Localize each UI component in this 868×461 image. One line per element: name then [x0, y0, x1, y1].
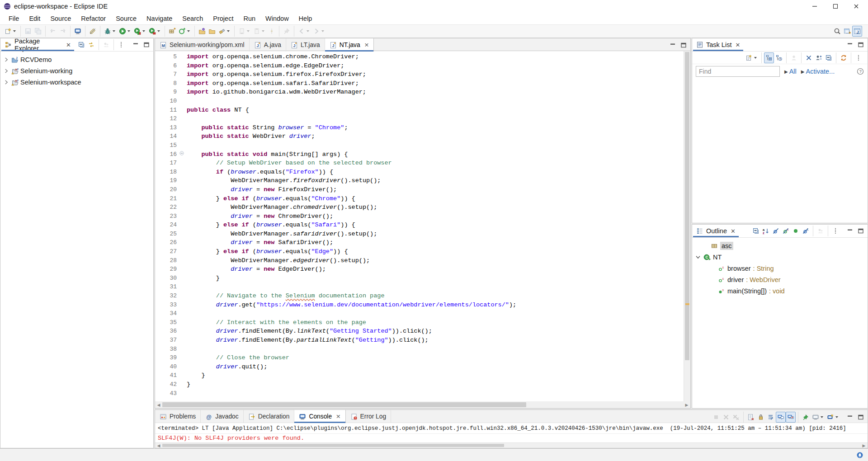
view-menu-button[interactable]	[116, 39, 126, 50]
dropdown-arrow-icon[interactable]	[142, 30, 145, 32]
maximize-editor-button[interactable]	[679, 40, 689, 51]
dropdown-arrow-icon[interactable]	[262, 30, 264, 32]
outline-item-asc[interactable]: asc	[692, 240, 868, 251]
hide-completed-button[interactable]	[804, 52, 814, 63]
task-find-input[interactable]	[696, 66, 780, 77]
collapse-all-button[interactable]	[76, 39, 86, 50]
hide-local-button[interactable]: L	[801, 226, 811, 236]
console-horizontal-scrollbar[interactable]: ◀ ▶	[155, 442, 868, 448]
word-wrap-button[interactable]	[766, 412, 776, 423]
dropdown-arrow-icon[interactable]	[127, 30, 130, 32]
debug-button[interactable]	[103, 26, 118, 37]
help-icon[interactable]: ?	[857, 68, 864, 75]
dropdown-arrow-icon[interactable]	[227, 30, 230, 32]
view-menu-button[interactable]	[830, 226, 840, 236]
minimize-view-button[interactable]	[131, 39, 141, 50]
menu-item-file[interactable]: File	[4, 14, 24, 23]
menu-item-help[interactable]: Help	[294, 14, 317, 23]
outline-item-browser[interactable]: sbrowser : String	[692, 263, 868, 274]
search-flashlight-button[interactable]	[217, 26, 232, 37]
chevron-right-icon[interactable]	[3, 56, 9, 63]
scroll-right-arrow[interactable]: ▶	[683, 401, 690, 408]
scrollbar-thumb[interactable]	[162, 444, 504, 447]
dropdown-arrow-icon[interactable]	[157, 30, 160, 32]
new-java-project-button[interactable]	[167, 26, 177, 37]
search-magnifier-button[interactable]	[832, 26, 842, 37]
view-tab-console[interactable]: Console✕	[294, 410, 345, 423]
tree-item-selenium-working[interactable]: MJSelenium-working	[0, 65, 153, 76]
maximize-view-button[interactable]	[142, 39, 151, 50]
view-tab-declaration[interactable]: Declaration	[244, 410, 295, 423]
sync-button[interactable]	[839, 52, 849, 63]
menu-item-navigate[interactable]: Navigate	[142, 14, 177, 23]
clear-console-button[interactable]	[746, 412, 756, 423]
editor-vertical-scrollbar[interactable]	[684, 51, 690, 401]
scroll-left-arrow[interactable]: ◀	[155, 443, 162, 448]
sort-az-button[interactable]: az	[761, 226, 771, 236]
hide-fields-button[interactable]	[771, 226, 781, 236]
open-resource-button[interactable]	[207, 26, 217, 37]
menu-item-source-2[interactable]: Source	[111, 14, 142, 23]
menu-item-source[interactable]: Source	[45, 14, 76, 23]
dropdown-arrow-icon[interactable]	[13, 30, 16, 32]
minimize-view-button[interactable]	[845, 39, 855, 50]
code-editor[interactable]: import org.openqa.selenium.chrome.Chrome…	[185, 51, 684, 401]
dropdown-arrow-icon[interactable]	[754, 57, 757, 59]
show-stderr-button[interactable]	[786, 412, 796, 423]
menu-item-window[interactable]: Window	[260, 14, 294, 23]
editor-tab-lt-java[interactable]: JLT.java	[286, 38, 325, 52]
tree-item-rcvdemo[interactable]: JRCVDemo	[0, 54, 153, 65]
scroll-left-arrow[interactable]: ◀	[155, 401, 162, 408]
link-editor-button[interactable]	[86, 39, 96, 50]
close-icon[interactable]: ✕	[336, 413, 340, 420]
open-type-button[interactable]	[197, 26, 207, 37]
close-icon[interactable]: ✕	[364, 42, 369, 48]
tab-outline[interactable]: Outline ✕	[692, 225, 740, 237]
view-tab-javadoc[interactable]: @Javadoc	[201, 410, 243, 423]
editor-horizontal-scrollbar[interactable]: ◀ ▶	[155, 401, 691, 409]
task-scope-all-link[interactable]: ▶All	[784, 68, 797, 75]
chevron-down-icon[interactable]	[695, 254, 701, 260]
new-task-button[interactable]	[744, 52, 759, 63]
outline-item-driver[interactable]: sdriver : WebDriver	[692, 274, 868, 285]
display-console-button[interactable]	[811, 412, 826, 423]
chevron-right-icon[interactable]	[3, 68, 9, 74]
spelling-marker[interactable]	[685, 303, 689, 305]
coverage-button[interactable]	[132, 26, 147, 37]
java-editor[interactable]: 5678910111213141516171819202122232425262…	[155, 51, 691, 401]
minimize-editor-button[interactable]	[668, 40, 678, 51]
open-console-button[interactable]	[826, 412, 840, 423]
mark-occurrences-button[interactable]	[88, 26, 98, 37]
dropdown-arrow-icon[interactable]	[113, 30, 115, 32]
dropdown-arrow-icon[interactable]	[247, 30, 250, 32]
view-tab-error-log[interactable]: Error Log	[346, 410, 392, 423]
hide-nonpublic-button[interactable]	[791, 226, 801, 236]
view-menu-button[interactable]	[854, 52, 863, 63]
maximize-view-button[interactable]	[856, 226, 866, 236]
checkout-button[interactable]	[177, 26, 192, 37]
maximize-view-button[interactable]	[856, 412, 866, 423]
menu-item-run[interactable]: Run	[238, 14, 260, 23]
menu-item-refactor[interactable]: Refactor	[76, 14, 111, 23]
window-close-button[interactable]	[847, 0, 868, 13]
view-tab-problems[interactable]: Problems	[155, 410, 201, 423]
fold-collapse-icon[interactable]	[179, 151, 184, 156]
close-icon[interactable]: ✕	[731, 228, 736, 235]
tab-package-explorer[interactable]: Package Explorer ✕	[0, 38, 75, 51]
dropdown-arrow-icon[interactable]	[821, 416, 823, 418]
task-activate-link[interactable]: ▶Activate...	[801, 68, 835, 75]
scrollbar-thumb[interactable]	[685, 52, 689, 360]
pin-console-button[interactable]	[801, 412, 811, 423]
scrollbar-thumb[interactable]	[162, 402, 526, 407]
dropdown-arrow-icon[interactable]	[187, 30, 190, 32]
chevron-right-icon[interactable]	[3, 79, 9, 85]
window-maximize-button[interactable]	[826, 0, 847, 13]
scroll-lock-button[interactable]	[756, 412, 766, 423]
focus-workweek-button[interactable]	[814, 52, 824, 63]
java-perspective-button[interactable]: J	[852, 26, 862, 37]
editor-tab-selenium-working-pom-xml[interactable]: MSelenium-working/pom.xml	[155, 38, 250, 52]
menu-item-project[interactable]: Project	[208, 14, 238, 23]
show-stdout-button[interactable]	[776, 412, 786, 423]
menu-item-search[interactable]: Search	[177, 14, 208, 23]
run-button[interactable]	[118, 26, 132, 37]
